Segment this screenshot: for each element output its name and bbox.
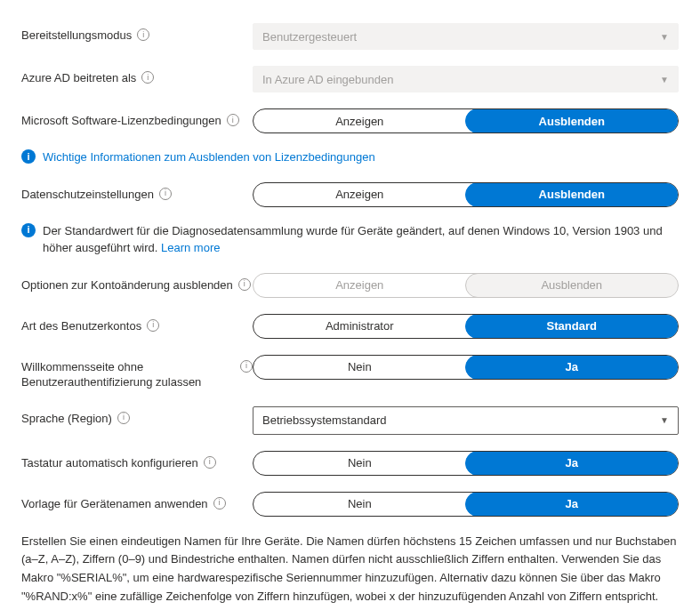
account-type-label: Art des Benutzerkontos — [21, 318, 141, 334]
chevron-down-icon: ▼ — [660, 75, 669, 84]
name-template-no-option[interactable]: Nein — [253, 493, 466, 516]
deployment-mode-value: Benutzergesteuert — [262, 30, 357, 44]
info-icon[interactable]: i — [117, 412, 130, 424]
account-type-standard-option[interactable]: Standard — [465, 314, 680, 339]
info-icon[interactable]: i — [238, 278, 251, 291]
name-template-toggle[interactable]: Nein Ja — [253, 492, 679, 517]
eula-hide-option[interactable]: Ausblenden — [465, 108, 680, 133]
name-template-yes-option[interactable]: Ja — [465, 492, 680, 517]
language-value: Betriebssystemstandard — [262, 413, 386, 427]
azure-ad-join-label: Azure AD beitreten als — [21, 70, 136, 86]
account-change-label: Optionen zur Kontoänderung ausblenden — [21, 277, 233, 293]
account-type-admin-option[interactable]: Administrator — [253, 315, 466, 338]
info-icon[interactable]: i — [240, 360, 253, 373]
eula-toggle[interactable]: Anzeigen Ausblenden — [253, 108, 679, 133]
info-icon: i — [21, 149, 36, 164]
info-icon: i — [21, 223, 36, 237]
keyboard-label: Tastatur automatisch konfigurieren — [21, 455, 198, 471]
privacy-hide-option[interactable]: Ausblenden — [465, 182, 680, 207]
privacy-toggle[interactable]: Anzeigen Ausblenden — [253, 182, 679, 207]
deployment-mode-label: Bereitstellungsmodus — [21, 28, 132, 44]
info-icon[interactable]: i — [147, 319, 159, 332]
info-icon[interactable]: i — [141, 71, 154, 84]
white-glove-label: Willkommensseite ohne Benutzerauthentifi… — [21, 359, 235, 390]
device-name-help-text: Erstellen Sie einen eindeutigen Namen fü… — [21, 533, 679, 606]
account-type-toggle[interactable]: Administrator Standard — [253, 314, 679, 339]
account-change-show-option: Anzeigen — [253, 274, 466, 297]
keyboard-toggle[interactable]: Nein Ja — [253, 451, 679, 476]
account-change-toggle: Anzeigen Ausblenden — [253, 273, 679, 298]
info-icon[interactable]: i — [213, 497, 226, 510]
name-template-label: Vorlage für Gerätenamen anwenden — [21, 496, 208, 512]
info-icon[interactable]: i — [137, 28, 149, 41]
chevron-down-icon: ▼ — [660, 32, 669, 42]
info-icon[interactable]: i — [204, 456, 216, 469]
privacy-show-option[interactable]: Anzeigen — [253, 183, 466, 206]
privacy-label: Datenschutzeinstellungen — [21, 187, 154, 203]
eula-label: Microsoft Software-Lizenzbedingungen — [21, 113, 221, 129]
account-change-hide-option: Ausblenden — [465, 273, 680, 298]
azure-ad-join-dropdown: In Azure AD eingebunden ▼ — [253, 66, 679, 92]
language-label: Sprache (Region) — [21, 411, 112, 427]
eula-hide-info-link[interactable]: Wichtige Informationen zum Ausblenden vo… — [43, 149, 375, 166]
white-glove-no-option[interactable]: Nein — [253, 356, 466, 379]
keyboard-no-option[interactable]: Nein — [253, 452, 466, 475]
language-dropdown[interactable]: Betriebssystemstandard ▼ — [253, 406, 679, 435]
info-icon[interactable]: i — [159, 188, 172, 200]
diagnostic-learn-more-link[interactable]: Learn more — [161, 241, 220, 254]
white-glove-toggle[interactable]: Nein Ja — [253, 355, 679, 380]
white-glove-yes-option[interactable]: Ja — [465, 355, 680, 380]
azure-ad-join-value: In Azure AD eingebunden — [262, 73, 393, 86]
keyboard-yes-option[interactable]: Ja — [465, 451, 680, 476]
eula-show-option[interactable]: Anzeigen — [253, 109, 466, 132]
diagnostic-info-text: Der Standardwert für die Diagnosedatensa… — [43, 223, 679, 257]
chevron-down-icon: ▼ — [660, 415, 669, 425]
deployment-mode-dropdown: Benutzergesteuert ▼ — [253, 23, 679, 50]
info-icon[interactable]: i — [227, 114, 239, 126]
